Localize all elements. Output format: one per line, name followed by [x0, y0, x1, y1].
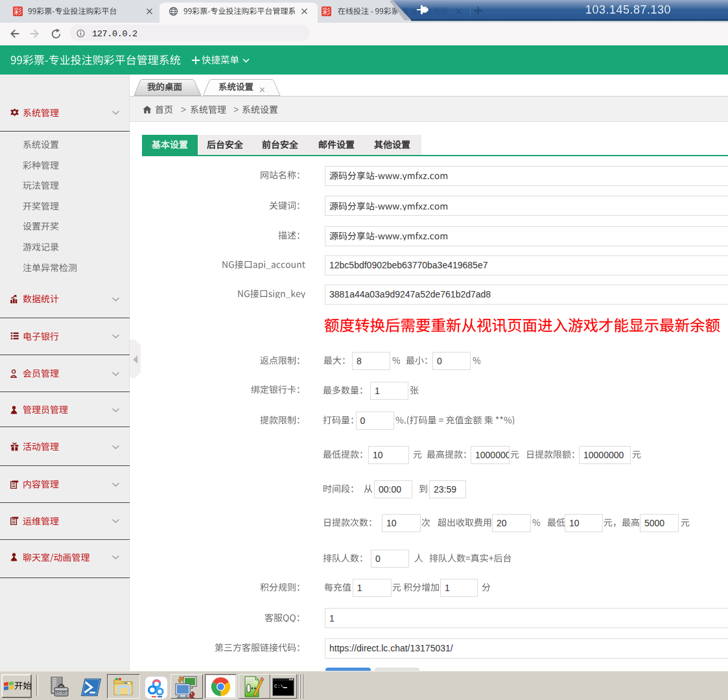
svg-text:C:\: C:\: [274, 683, 284, 689]
